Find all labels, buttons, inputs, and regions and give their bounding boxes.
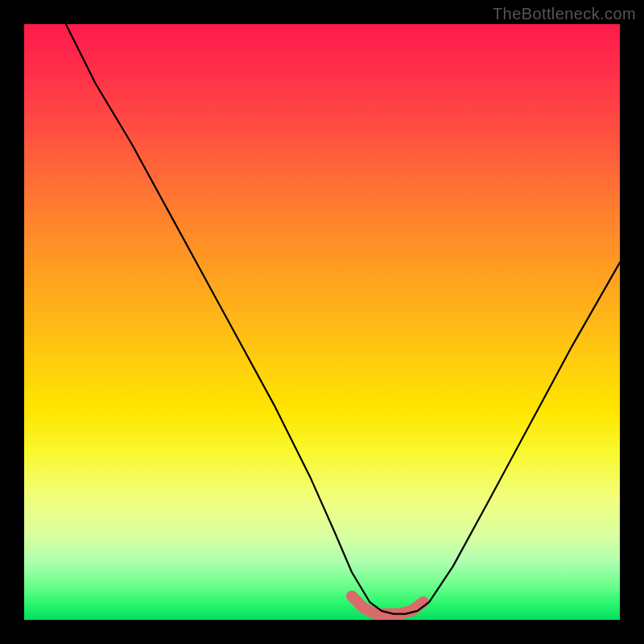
chart-canvas: TheBottleneck.com (0, 0, 644, 644)
bottleneck-curve (66, 24, 620, 614)
watermark-text: TheBottleneck.com (493, 5, 636, 23)
plot-area (24, 24, 620, 620)
curve-svg (24, 24, 620, 620)
